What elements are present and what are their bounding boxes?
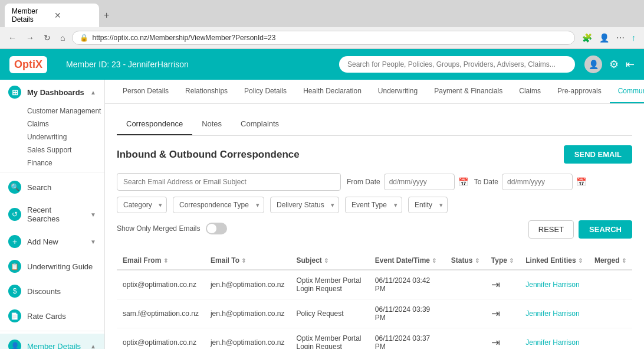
tab-health-declaration[interactable]: Health Declaration <box>295 80 370 103</box>
filter-row: Category Correspondence Type Delivery St… <box>117 197 632 213</box>
tab-claims[interactable]: Claims <box>511 80 549 103</box>
col-header-email-to[interactable]: Email To ⇕ <box>205 252 291 270</box>
sidebar-item-recent-searches[interactable]: ↺ Recent Searches ▼ <box>0 200 104 229</box>
category-select[interactable]: Category <box>117 197 167 213</box>
search-bar-row: From Date 📅 To Date 📅 <box>117 173 632 191</box>
cell-email-to-1: jen.h@optimation.co.nz <box>205 299 291 328</box>
sidebar-divider-1 <box>0 172 104 172</box>
home-button[interactable]: ⌂ <box>58 31 67 45</box>
subtab-complaints[interactable]: Complaints <box>231 113 288 135</box>
cell-linked-entities-0[interactable]: Jennifer Harrison <box>520 270 589 299</box>
cell-email-from-0: optix@optimation.co.nz <box>117 270 205 299</box>
sidebar-item-claims[interactable]: Claims <box>0 118 104 131</box>
subtab-notes[interactable]: Notes <box>192 113 231 135</box>
sort-icon-email-to: ⇕ <box>241 257 246 264</box>
logout-button[interactable]: ⇥ <box>626 58 635 71</box>
from-date-input[interactable] <box>384 174 455 190</box>
from-date-calendar-icon[interactable]: 📅 <box>458 177 468 187</box>
discounts-icon: $ <box>8 285 21 298</box>
logout-icon: ⇥ <box>626 58 635 71</box>
sidebar-item-customer-management[interactable]: Customer Management <box>0 105 104 118</box>
profile-button[interactable]: 👤 <box>597 31 612 45</box>
cell-linked-entities-1[interactable]: Jennifer Harrison <box>520 299 589 328</box>
sidebar-item-member-details[interactable]: 👤 Member Details ▲ <box>0 334 104 349</box>
event-type-select[interactable]: Event Type <box>345 197 402 213</box>
merged-emails-toggle[interactable] <box>206 223 227 234</box>
settings-button[interactable]: ⋯ <box>614 31 627 45</box>
sidebar-item-rate-cards[interactable]: 📄 Rate Cards <box>0 304 104 328</box>
avatar-button[interactable]: 👤 <box>584 56 602 73</box>
sub-tabs-bar: Correspondence Notes Complaints <box>117 113 632 136</box>
linked-entity-link-1[interactable]: Jennifer Harrison <box>525 309 579 318</box>
cell-merged-2 <box>589 328 632 350</box>
settings-icon-button[interactable]: ⚙ <box>609 58 619 71</box>
correspondence-type-select[interactable]: Correspondence Type <box>173 197 264 213</box>
add-new-icon: + <box>8 235 21 248</box>
subtab-correspondence[interactable]: Correspondence <box>117 113 192 135</box>
to-date-calendar-icon[interactable]: 📅 <box>576 177 586 187</box>
update-button[interactable]: ↑ <box>629 31 638 45</box>
tab-policy-details[interactable]: Policy Details <box>236 80 295 103</box>
member-details-icon: 👤 <box>8 340 21 349</box>
delivery-status-select[interactable]: Delivery Status <box>270 197 339 213</box>
tab-person-details[interactable]: Person Details <box>114 80 177 103</box>
tab-communications[interactable]: Communications <box>610 80 644 103</box>
col-header-status[interactable]: Status ⇕ <box>445 252 485 270</box>
refresh-button[interactable]: ↻ <box>41 31 53 45</box>
sidebar-item-add-new[interactable]: + Add New ▼ <box>0 229 104 254</box>
header-search-input[interactable] <box>339 56 575 73</box>
col-label-merged: Merged <box>594 256 620 265</box>
tab-close-btn[interactable]: ✕ <box>54 11 92 20</box>
chevron-up-icon-member: ▲ <box>90 343 96 350</box>
col-header-email-from[interactable]: Email From ⇕ <box>117 252 205 270</box>
sidebar-item-finance[interactable]: Finance <box>0 156 104 169</box>
content-body: Correspondence Notes Complaints Inbound … <box>105 104 644 349</box>
col-header-subject[interactable]: Subject ⇕ <box>291 252 369 270</box>
tab-pre-approvals[interactable]: Pre-approvals <box>549 80 610 103</box>
reset-button[interactable]: RESET <box>528 220 574 239</box>
sidebar-item-search[interactable]: 🔍 Search <box>0 175 104 200</box>
sidebar-label-recent-searches: Recent Searches <box>27 206 84 223</box>
sidebar-item-sales-support[interactable]: Sales Support <box>0 143 104 156</box>
tab-underwriting[interactable]: Underwriting <box>370 80 426 103</box>
col-header-event-datetime[interactable]: Event Date/Time ⇕ <box>369 252 445 270</box>
sidebar-item-underwriting-guide[interactable]: 📋 Underwriting Guide <box>0 254 104 279</box>
tab-relationships[interactable]: Relationships <box>177 80 236 103</box>
cell-subject-0: Optix Member Portal Login Request <box>291 270 369 299</box>
col-header-linked-entities[interactable]: Linked Entities ⇕ <box>520 252 589 270</box>
to-date-input[interactable] <box>502 174 573 190</box>
entity-select[interactable]: Entity <box>408 197 448 213</box>
col-header-merged[interactable]: Merged ⇕ <box>589 252 632 270</box>
tab-payment-financials[interactable]: Payment & Financials <box>426 80 511 103</box>
col-label-email-to: Email To <box>211 256 239 265</box>
back-button[interactable]: ← <box>6 31 19 45</box>
email-search-input[interactable] <box>117 173 341 191</box>
sidebar-item-underwriting[interactable]: Underwriting <box>0 131 104 143</box>
forward-button[interactable]: → <box>24 31 37 45</box>
col-label-type: Type <box>491 256 507 265</box>
sidebar-label-search: Search <box>27 183 51 192</box>
email-type-icon-0: ⇥ <box>491 279 500 291</box>
address-bar[interactable]: 🔒 https://optix.co.nz/Membership/ViewMem… <box>72 31 575 45</box>
cell-type-1: ⇥ <box>485 299 520 328</box>
sidebar-item-discounts[interactable]: $ Discounts <box>0 279 104 304</box>
sidebar-item-my-dashboards[interactable]: ⊞ My Dashboards ▲ <box>0 80 104 105</box>
search-button[interactable]: SEARCH <box>579 220 632 239</box>
action-buttons: RESET SEARCH <box>528 220 632 239</box>
table-row: optix@optimation.co.nz jen.h@optimation.… <box>117 270 632 299</box>
linked-entity-link-0[interactable]: Jennifer Harrison <box>525 280 579 289</box>
correspondence-table: Email From ⇕ Email To ⇕ Subject ⇕ <box>117 252 632 349</box>
cell-status-0 <box>445 270 485 299</box>
browser-tab-active[interactable]: Member Details ✕ <box>5 4 99 27</box>
cell-email-to-2: jen.h@optimation.co.nz <box>205 328 291 350</box>
new-tab-button[interactable]: + <box>99 8 114 23</box>
send-email-button[interactable]: SEND EMAIL <box>564 145 632 164</box>
linked-entity-link-2[interactable]: Jennifer Harrison <box>525 338 579 347</box>
cell-merged-0 <box>589 270 632 299</box>
avatar: 👤 <box>584 56 602 73</box>
logo-x: X <box>35 58 42 70</box>
cell-linked-entities-2[interactable]: Jennifer Harrison <box>520 328 589 350</box>
logo-text: Opti <box>14 58 35 70</box>
col-header-type[interactable]: Type ⇕ <box>485 252 520 270</box>
extensions-button[interactable]: 🧩 <box>580 31 594 45</box>
